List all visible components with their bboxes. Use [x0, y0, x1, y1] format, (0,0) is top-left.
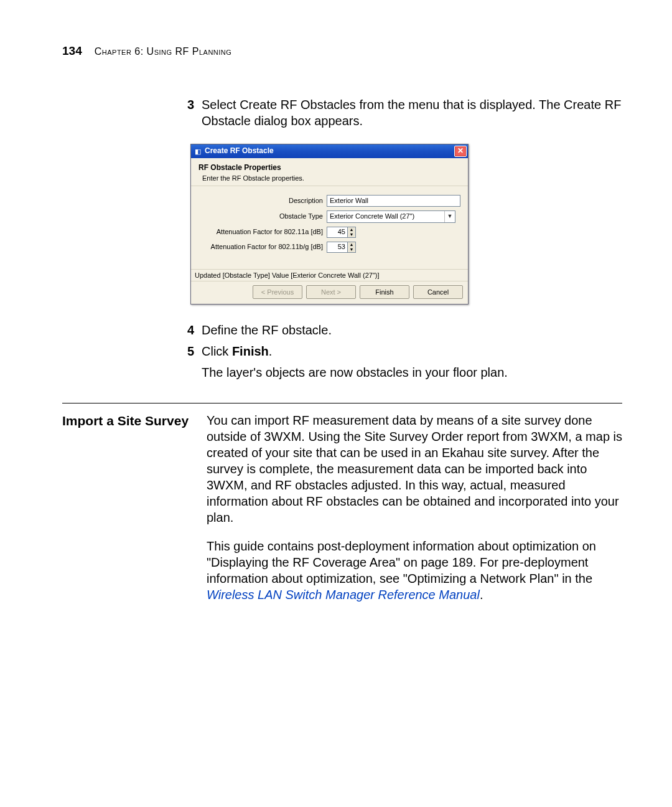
description-label: Description	[198, 196, 327, 205]
dialog-section-subtitle: Enter the RF Obstacle properties.	[202, 174, 460, 182]
spinner-down-icon[interactable]: ▼	[348, 232, 355, 237]
section-paragraph-1: You can import RF measurement data by me…	[207, 412, 622, 526]
after-text: The layer's objects are now obstacles in…	[202, 364, 622, 380]
description-input[interactable]: Exterior Wall	[327, 195, 460, 207]
cancel-button[interactable]: Cancel	[413, 285, 463, 299]
close-icon[interactable]: ✕	[454, 146, 467, 157]
spinner-up-icon[interactable]: ▲	[348, 227, 355, 232]
attenuation-a-label: Attenuation Factor for 802.11a [dB]	[198, 227, 327, 236]
attenuation-bg-stepper[interactable]: 53 ▲ ▼	[327, 242, 356, 253]
dialog-section-title: RF Obstacle Properties	[198, 163, 460, 173]
step-number: 3	[184, 97, 194, 129]
section-heading: Import a Site Survey	[62, 412, 207, 429]
section-paragraph-2: This guide contains post-deployment info…	[207, 538, 622, 603]
dialog-status: Updated [Obstacle Type] Value [Exterior …	[191, 269, 468, 281]
step-after: The layer's objects are now obstacles in…	[184, 364, 622, 380]
spinner-down-icon[interactable]: ▼	[348, 247, 355, 252]
obstacle-type-label: Obstacle Type	[198, 212, 327, 220]
reference-manual-link[interactable]: Wireless LAN Switch Manager Reference Ma…	[207, 588, 480, 602]
dialog-titlebar: ◧ Create RF Obstacle ✕	[191, 144, 468, 158]
chapter-title: Chapter 6: Using RF Planning	[95, 45, 232, 59]
spinner-up-icon[interactable]: ▲	[348, 242, 355, 247]
page-header: 134 Chapter 6: Using RF Planning	[62, 44, 622, 59]
step-text: Define the RF obstacle.	[202, 322, 622, 338]
create-rf-obstacle-dialog: ◧ Create RF Obstacle ✕ RF Obstacle Prope…	[190, 144, 469, 304]
finish-button[interactable]: Finish	[360, 285, 409, 299]
next-button: Next >	[306, 285, 356, 299]
attenuation-a-stepper[interactable]: 45 ▲ ▼	[327, 227, 356, 238]
step-5: 5 Click Finish.	[184, 343, 622, 359]
attenuation-bg-label: Attenuation Factor for 802.11b/g [dB]	[198, 242, 327, 251]
step-text: Click Finish.	[202, 343, 622, 359]
page-number: 134	[62, 44, 82, 59]
step-number: 5	[184, 343, 194, 359]
step-text: Select Create RF Obstacles from the menu…	[202, 97, 622, 129]
previous-button: < Previous	[253, 285, 302, 299]
obstacle-type-select[interactable]: Exterior Concrete Wall (27") ▼	[327, 210, 455, 223]
dialog-header: RF Obstacle Properties Enter the RF Obst…	[191, 158, 468, 186]
section-rule	[62, 403, 622, 404]
app-icon: ◧	[194, 147, 202, 156]
step-3: 3 Select Create RF Obstacles from the me…	[184, 97, 622, 129]
step-4: 4 Define the RF obstacle.	[184, 322, 622, 338]
dialog-title: Create RF Obstacle	[205, 146, 454, 156]
chevron-down-icon[interactable]: ▼	[444, 211, 455, 222]
dialog-form: Description Exterior Wall Obstacle Type …	[191, 186, 468, 269]
dialog-button-bar: < Previous Next > Finish Cancel	[191, 281, 468, 304]
step-number: 4	[184, 322, 194, 338]
